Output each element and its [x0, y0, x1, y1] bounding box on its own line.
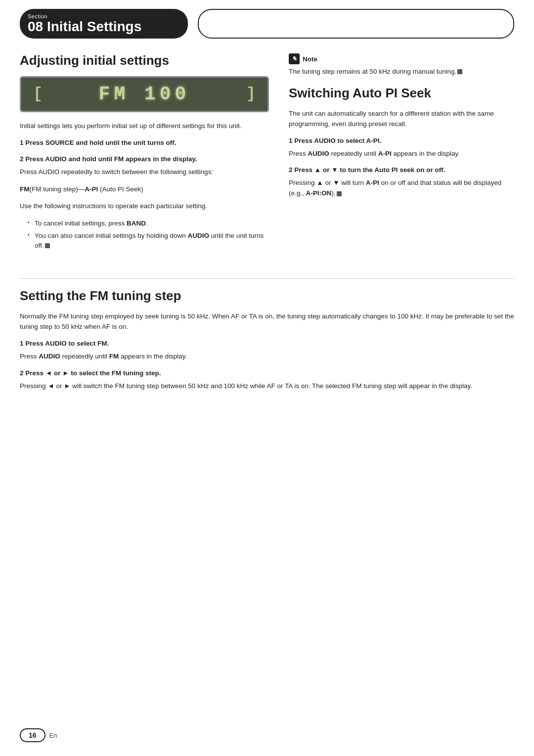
footer-language: En — [49, 732, 57, 739]
bullet-list: To cancel initial settings, press BAND. … — [29, 219, 269, 251]
fm-label: FM — [20, 185, 30, 193]
fm-step1-heading: 1 Press AUDIO to select FM. — [20, 339, 514, 349]
intro-text: Initial settings lets you perform initia… — [20, 121, 269, 132]
auto-pi-step1-heading: 1 Press AUDIO to select A-PI. — [289, 136, 514, 146]
api-desc: (Auto PI Seek) — [98, 185, 143, 193]
note-end-mark — [457, 69, 462, 74]
note-box: ✎ Note The tuning step remains at 50 kHz… — [289, 53, 514, 77]
right-column: ✎ Note The tuning step remains at 50 kHz… — [289, 53, 514, 255]
header-right-box — [198, 9, 514, 39]
footer: 16 En — [0, 728, 534, 742]
fm-api-line: FM(FM tuning step)—A-PI (Auto PI Seek) — [20, 184, 269, 195]
auto-pi-intro: The unit can automatically search for a … — [289, 109, 514, 130]
auto-pi-step2-text: 2 Press ▲ or ▼ to turn the Auto PI seek … — [289, 166, 445, 174]
bullet-item-2: You can also cancel initial settings by … — [29, 231, 269, 251]
divider — [20, 278, 514, 279]
lcd-bracket-right: ] — [246, 86, 256, 102]
api-label: A-PI — [85, 185, 98, 193]
fm-tuning-heading: Setting the FM tuning step — [20, 289, 514, 304]
note-title: ✎ Note — [289, 53, 514, 64]
section-title-text: Initial Settings — [47, 19, 141, 34]
auto-pi-step2-heading: 2 Press ▲ or ▼ to turn the Auto PI seek … — [289, 166, 514, 175]
lcd-bracket-left: [ — [33, 86, 43, 102]
auto-pi-step1-body: Press AUDIO repeatedly until A-PI appear… — [289, 149, 514, 159]
end-mark — [45, 243, 50, 248]
lcd-display: [ FM 100 ] — [20, 76, 269, 112]
fm-step1-body: Press AUDIO repeatedly until FM appears … — [20, 352, 514, 362]
bullet-item-1: To cancel initial settings, press BAND. — [29, 219, 269, 228]
page: Section 08 Initial Settings Adjusting in… — [0, 0, 534, 756]
main-content: Adjusting initial settings [ FM 100 ] In… — [0, 39, 534, 255]
fm-step2-heading: 2 Press ◄ or ► to select the FM tuning s… — [20, 369, 514, 378]
note-body: The tuning step remains at 50 kHz during… — [289, 68, 456, 75]
auto-pi-end-mark — [337, 191, 342, 196]
auto-pi-heading: Switching Auto PI Seek — [289, 86, 514, 101]
step2-heading: 2 Press AUDIO and hold until FM appears … — [20, 155, 269, 164]
bottom-section: Setting the FM tuning step Normally the … — [0, 255, 534, 391]
step1-heading: 1 Press SOURCE and hold until the unit t… — [20, 138, 269, 148]
note-text: The tuning step remains at 50 kHz during… — [289, 67, 514, 77]
note-icon: ✎ — [289, 53, 300, 64]
auto-pi-step1-text: 1 Press AUDIO to select A-PI. — [289, 137, 381, 144]
page-number: 16 — [20, 728, 45, 742]
step2-heading-text: 2 Press AUDIO and hold until FM appears … — [20, 155, 197, 163]
header: Section 08 Initial Settings — [0, 0, 534, 39]
step1-heading-text: 1 Press SOURCE and hold until the unit t… — [20, 139, 177, 146]
step2-body: Press AUDIO repeatedly to switch between… — [20, 167, 269, 178]
left-column: Adjusting initial settings [ FM 100 ] In… — [20, 53, 269, 255]
fm-tuning-intro: Normally the FM tuning step employed by … — [20, 311, 514, 332]
auto-pi-step2-body: Pressing ▲ or ▼ will turn A-PI on or off… — [289, 178, 514, 199]
section-number: 08 — [28, 19, 43, 34]
fm-step2-text: 2 Press ◄ or ► to select the FM tuning s… — [20, 369, 161, 377]
lcd-text: FM 100 — [99, 84, 190, 105]
adjusting-heading: Adjusting initial settings — [20, 53, 269, 68]
fm-step2-body: Pressing ◄ or ► will switch the FM tunin… — [20, 381, 514, 392]
note-label: Note — [303, 55, 317, 63]
section-title: 08 Initial Settings — [28, 19, 141, 35]
use-instructions: Use the following instructions to operat… — [20, 201, 269, 212]
fm-step1-text: 1 Press AUDIO to select FM. — [20, 340, 109, 347]
fm-desc: (FM tuning step)— — [30, 185, 85, 193]
section-badge: Section 08 Initial Settings — [20, 9, 188, 39]
